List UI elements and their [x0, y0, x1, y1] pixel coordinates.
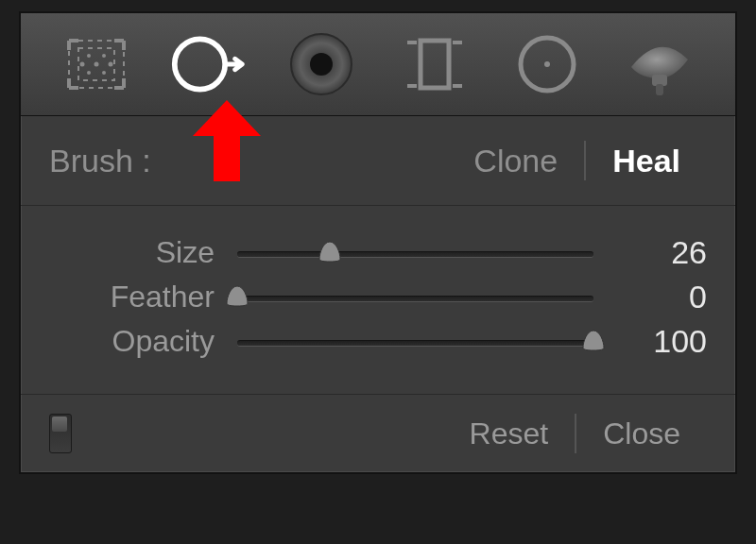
svg-point-2 — [79, 62, 84, 67]
spot-removal-icon — [170, 33, 248, 95]
red-eye-icon — [287, 30, 355, 98]
graduated-filter-icon — [404, 33, 466, 95]
sliders-section: Size 26 Feather 0 Opacity — [21, 206, 735, 395]
close-button[interactable]: Close — [576, 416, 707, 451]
svg-point-18 — [544, 61, 550, 67]
crop-icon — [63, 35, 129, 94]
graduated-filter-tool[interactable] — [396, 26, 473, 103]
adjustment-brush-tool[interactable] — [621, 26, 698, 103]
clone-mode-button[interactable]: Clone — [447, 143, 584, 179]
svg-point-4 — [108, 62, 112, 67]
brush-mode-row: Brush : Clone Heal — [21, 116, 735, 206]
svg-point-9 — [175, 39, 225, 89]
heal-mode-button[interactable]: Heal — [586, 143, 707, 179]
radial-filter-tool[interactable] — [508, 26, 586, 103]
feather-slider[interactable] — [237, 280, 593, 314]
red-eye-tool[interactable] — [283, 26, 360, 103]
opacity-slider[interactable] — [237, 325, 593, 359]
before-after-toggle[interactable] — [49, 414, 72, 453]
opacity-label: Opacity — [49, 324, 237, 359]
opacity-value: 100 — [593, 323, 707, 360]
svg-point-3 — [94, 62, 98, 67]
size-label: Size — [49, 235, 237, 270]
spot-removal-tool[interactable] — [170, 26, 248, 103]
brush-icon — [622, 31, 697, 97]
feather-slider-row: Feather 0 — [49, 279, 707, 315]
tool-strip — [21, 13, 735, 116]
svg-point-5 — [87, 54, 91, 58]
size-slider-thumb[interactable] — [318, 240, 342, 263]
feather-slider-thumb[interactable] — [225, 284, 249, 307]
brush-label: Brush : — [49, 143, 447, 179]
crop-tool[interactable] — [58, 26, 135, 103]
svg-point-6 — [102, 54, 106, 58]
footer-row: Reset Close — [21, 395, 735, 472]
svg-point-8 — [102, 71, 106, 75]
feather-value: 0 — [593, 279, 707, 315]
opacity-slider-thumb[interactable] — [581, 329, 606, 351]
svg-rect-12 — [421, 41, 449, 88]
opacity-slider-row: Opacity 100 — [49, 323, 707, 360]
svg-rect-20 — [656, 84, 663, 95]
spot-removal-panel: Brush : Clone Heal Size 26 Feather — [19, 11, 737, 474]
svg-point-7 — [87, 71, 91, 75]
svg-point-11 — [310, 53, 333, 76]
reset-button[interactable]: Reset — [443, 416, 576, 451]
size-slider[interactable] — [237, 236, 593, 270]
radial-filter-icon — [514, 31, 580, 97]
feather-label: Feather — [49, 280, 237, 314]
size-slider-row: Size 26 — [49, 234, 707, 271]
size-value: 26 — [593, 234, 707, 271]
